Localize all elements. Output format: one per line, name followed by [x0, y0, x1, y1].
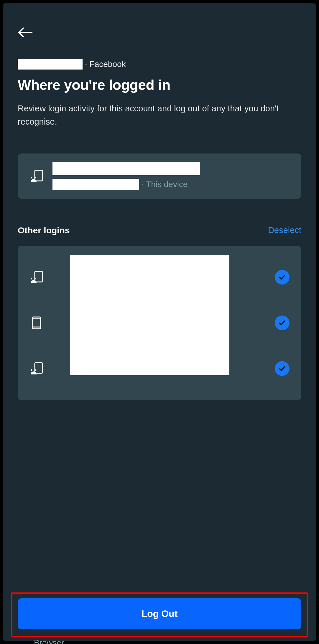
login-checkbox[interactable]	[275, 270, 290, 285]
header-region: · Facebook Where you're logged in Review…	[3, 3, 316, 153]
other-logins-title: Other logins	[18, 225, 70, 235]
current-device-info: · This device	[52, 162, 290, 190]
android-device-icon	[29, 169, 44, 183]
browser-peek-text: Browser	[34, 638, 64, 644]
breadcrumb: · Facebook	[18, 59, 301, 70]
svg-line-4	[31, 177, 32, 178]
svg-line-17	[31, 369, 32, 371]
page-description: Review login activity for this account a…	[18, 102, 301, 128]
content-region: · This device Other logins Deselect	[3, 153, 316, 589]
tablet-icon	[29, 316, 44, 330]
redacted-device-name	[52, 162, 200, 175]
back-button[interactable]	[18, 24, 35, 41]
device-label-row: · This device	[52, 179, 290, 190]
svg-line-18	[35, 369, 36, 371]
page-title: Where you're logged in	[18, 77, 301, 93]
svg-point-7	[32, 281, 33, 282]
svg-rect-14	[35, 363, 42, 373]
svg-point-15	[32, 372, 33, 373]
other-logins-header: Other logins Deselect	[18, 225, 301, 235]
redacted-login-details	[70, 255, 229, 375]
current-device-card[interactable]: · This device	[18, 153, 301, 199]
check-icon	[279, 274, 286, 281]
svg-rect-1	[35, 170, 42, 181]
svg-point-3	[34, 180, 35, 181]
screen-container: · Facebook Where you're logged in Review…	[3, 3, 316, 641]
svg-line-5	[35, 177, 36, 178]
current-device-row: · This device	[29, 162, 290, 190]
login-checkbox[interactable]	[275, 316, 290, 330]
logout-button[interactable]: Log Out	[18, 598, 301, 629]
arrow-left-icon	[18, 27, 33, 38]
check-icon	[279, 365, 286, 372]
other-logins-card	[18, 246, 301, 400]
breadcrumb-suffix: · Facebook	[85, 60, 126, 69]
svg-point-16	[34, 372, 35, 373]
svg-line-9	[31, 278, 32, 279]
svg-line-10	[35, 278, 36, 279]
svg-point-2	[32, 180, 33, 181]
this-device-label: · This device	[142, 180, 188, 189]
svg-rect-6	[35, 271, 42, 282]
android-device-icon	[29, 270, 44, 284]
login-checkbox[interactable]	[275, 361, 290, 376]
check-icon	[279, 319, 286, 326]
deselect-button[interactable]: Deselect	[268, 225, 301, 235]
svg-point-8	[34, 281, 35, 282]
android-device-icon	[29, 361, 44, 376]
redacted-device-location	[52, 179, 139, 190]
footer-region: Log Out	[3, 589, 316, 641]
redacted-username	[18, 59, 83, 70]
